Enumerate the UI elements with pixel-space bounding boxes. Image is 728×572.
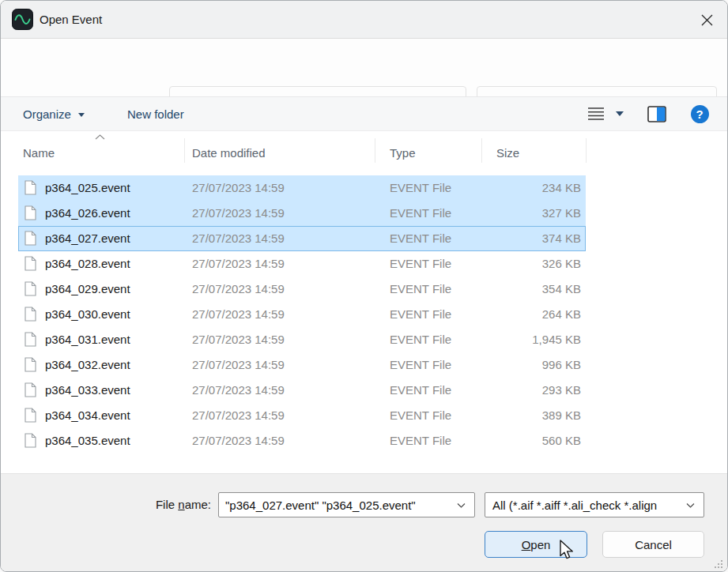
- file-date-modified: 27/07/2023 14:59: [192, 175, 285, 201]
- column-header-name[interactable]: Name: [23, 131, 55, 169]
- file-date-modified: 27/07/2023 14:59: [192, 201, 285, 226]
- file-date-modified: 27/07/2023 14:59: [192, 302, 285, 327]
- file-row[interactable]: p364_034.event 27/07/2023 14:59 EVENT Fi…: [18, 403, 586, 428]
- file-date-modified: 27/07/2023 14:59: [192, 327, 285, 352]
- file-date-modified: 27/07/2023 14:59: [192, 378, 285, 403]
- organize-menu-button[interactable]: Organize: [23, 97, 85, 130]
- file-type-dropdown-button[interactable]: [684, 500, 703, 510]
- view-mode-dropdown-button[interactable]: [611, 97, 628, 130]
- file-name-input[interactable]: [219, 499, 455, 512]
- file-name: p364_028.event: [45, 251, 130, 277]
- file-icon: [25, 256, 36, 271]
- new-folder-button[interactable]: New folder: [127, 97, 184, 130]
- file-name-label-mnemonic: n: [178, 498, 184, 511]
- file-size: 327 KB: [542, 201, 581, 226]
- file-size: 354 KB: [542, 277, 581, 302]
- file-icon: [25, 408, 36, 423]
- file-name: p364_030.event: [45, 302, 130, 327]
- file-size: 326 KB: [542, 251, 581, 277]
- file-row[interactable]: p364_026.event 27/07/2023 14:59 EVENT Fi…: [18, 201, 586, 226]
- open-button[interactable]: Open: [485, 531, 587, 558]
- file-type: EVENT File: [390, 378, 451, 403]
- file-type: EVENT File: [390, 226, 451, 251]
- view-mode-button[interactable]: [584, 97, 608, 130]
- file-date-modified: 27/07/2023 14:59: [192, 251, 285, 277]
- preview-pane-button[interactable]: [645, 97, 669, 130]
- file-type-combobox[interactable]: All (*.aif *.aiff *.ali_check *.align: [485, 492, 704, 517]
- file-date-modified: 27/07/2023 14:59: [192, 428, 285, 453]
- file-row[interactable]: p364_033.event 27/07/2023 14:59 EVENT Fi…: [18, 378, 586, 403]
- navigation-bar: « Wind... Events: [1, 39, 727, 96]
- column-header-size[interactable]: Size: [496, 131, 519, 169]
- column-divider[interactable]: [375, 138, 375, 163]
- open-button-label: Open: [522, 538, 551, 551]
- command-toolbar: Organize New folder ?: [1, 96, 727, 131]
- file-row[interactable]: p364_035.event 27/07/2023 14:59 EVENT Fi…: [18, 428, 586, 453]
- file-name-label: File name:: [96, 492, 211, 517]
- file-icon: [25, 180, 36, 195]
- file-type: EVENT File: [390, 277, 451, 302]
- resize-grip[interactable]: [713, 559, 723, 569]
- file-date-modified: 27/07/2023 14:59: [192, 352, 285, 378]
- file-name: p364_025.event: [45, 175, 130, 201]
- file-list: p364_025.event 27/07/2023 14:59 EVENT Fi…: [1, 169, 727, 473]
- file-date-modified: 27/07/2023 14:59: [192, 403, 285, 428]
- file-row[interactable]: p364_028.event 27/07/2023 14:59 EVENT Fi…: [18, 251, 586, 277]
- caret-down-icon: [616, 111, 624, 116]
- file-name: p364_026.event: [45, 201, 130, 226]
- file-size: 234 KB: [542, 175, 581, 201]
- file-name-label-pre: File: [156, 498, 178, 511]
- file-size: 264 KB: [542, 302, 581, 327]
- file-name: p364_032.event: [45, 352, 130, 378]
- file-size: 1,945 KB: [532, 327, 581, 352]
- file-type-value: All (*.aif *.aiff *.ali_check *.align: [485, 499, 684, 512]
- file-row[interactable]: p364_025.event 27/07/2023 14:59 EVENT Fi…: [18, 175, 586, 201]
- file-type: EVENT File: [390, 175, 451, 201]
- help-button[interactable]: ?: [688, 97, 711, 130]
- file-row[interactable]: p364_027.event 27/07/2023 14:59 EVENT Fi…: [18, 226, 586, 251]
- open-mnemonic: O: [522, 538, 531, 551]
- file-row[interactable]: p364_029.event 27/07/2023 14:59 EVENT Fi…: [18, 277, 586, 302]
- organize-label: Organize: [23, 107, 71, 121]
- file-icon: [25, 382, 36, 397]
- column-divider[interactable]: [586, 138, 587, 163]
- new-folder-label: New folder: [127, 107, 184, 121]
- file-name-combobox[interactable]: [218, 492, 475, 517]
- file-name: p364_027.event: [45, 226, 130, 251]
- column-header-type[interactable]: Type: [390, 131, 416, 169]
- cancel-button[interactable]: Cancel: [602, 531, 704, 558]
- file-size: 374 KB: [542, 226, 581, 251]
- file-icon: [25, 307, 36, 322]
- file-name-label-post: ame:: [185, 498, 211, 511]
- title-bar: Open Event: [1, 1, 727, 39]
- file-type: EVENT File: [390, 352, 451, 378]
- file-type: EVENT File: [390, 327, 451, 352]
- file-icon: [25, 281, 36, 296]
- dialog-footer: File name: All (*.aif *.aiff *.ali_check…: [1, 473, 727, 572]
- cancel-button-label: Cancel: [635, 538, 672, 551]
- close-button[interactable]: [692, 6, 721, 34]
- file-icon: [25, 231, 36, 246]
- file-row[interactable]: p364_030.event 27/07/2023 14:59 EVENT Fi…: [18, 302, 586, 327]
- column-header-date-modified[interactable]: Date modified: [192, 131, 266, 169]
- file-type: EVENT File: [390, 251, 451, 277]
- file-name: p364_031.event: [45, 327, 130, 352]
- file-type: EVENT File: [390, 403, 451, 428]
- column-divider[interactable]: [481, 138, 482, 163]
- file-row[interactable]: p364_032.event 27/07/2023 14:59 EVENT Fi…: [18, 352, 586, 378]
- file-row[interactable]: p364_031.event 27/07/2023 14:59 EVENT Fi…: [18, 327, 586, 352]
- list-view-icon: [587, 107, 605, 121]
- file-name-dropdown-button[interactable]: [455, 500, 474, 510]
- file-size: 560 KB: [542, 428, 581, 453]
- file-date-modified: 27/07/2023 14:59: [192, 226, 285, 251]
- file-type: EVENT File: [390, 428, 451, 453]
- file-name: p364_035.event: [45, 428, 130, 453]
- close-icon: [700, 13, 714, 27]
- sort-ascending-icon: [95, 134, 105, 140]
- file-icon: [25, 433, 36, 448]
- file-size: 293 KB: [542, 378, 581, 403]
- column-header-row: Name Date modified Type Size: [1, 131, 727, 169]
- file-name: p364_033.event: [45, 378, 130, 403]
- file-size: 389 KB: [542, 403, 581, 428]
- column-divider[interactable]: [184, 138, 185, 163]
